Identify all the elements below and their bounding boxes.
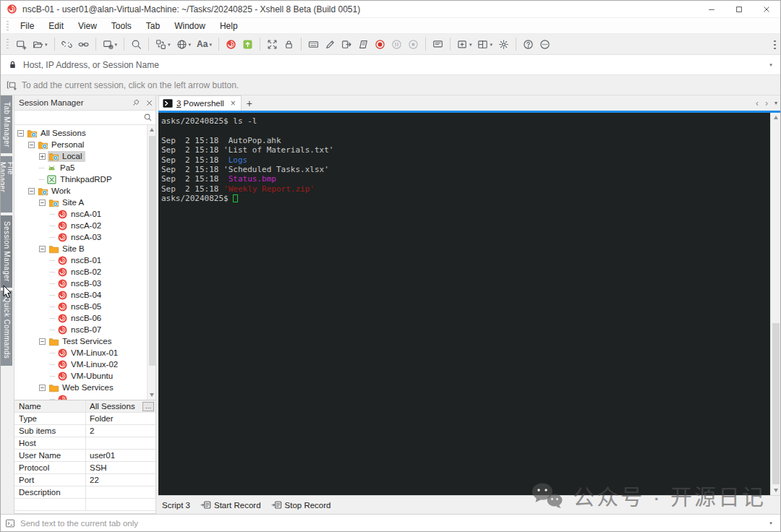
side-tab-file-manager[interactable]: File Manager: [1, 156, 12, 213]
collapse-icon[interactable]: −: [39, 200, 46, 206]
tree-item-vm-linux-02[interactable]: VM-Linux-02: [14, 359, 155, 370]
tree-item-nscb-02[interactable]: nscB-02: [14, 266, 155, 278]
tab-list-dropdown-icon[interactable]: ▾: [774, 100, 777, 106]
new-tab-button[interactable]: +: [242, 95, 257, 111]
terminal-scrollbar[interactable]: [770, 113, 780, 495]
tree-item-nscb-04[interactable]: nscB-04: [14, 289, 155, 301]
property-row-user-name[interactable]: User Nameuser01: [14, 450, 155, 462]
toolbar-globe-button[interactable]: ▾: [174, 37, 195, 52]
toolbar-disconnect-button[interactable]: [59, 37, 75, 52]
menu-item-window[interactable]: Window: [167, 20, 213, 33]
toolbar-xftp-button[interactable]: [239, 37, 256, 52]
tree-item-site-b[interactable]: −Site B: [14, 243, 155, 254]
tree-item-pa5[interactable]: Pa5: [14, 162, 155, 173]
toolbar-new-window-button[interactable]: ▾: [100, 37, 121, 52]
property-row-host[interactable]: Host: [14, 437, 155, 450]
collapse-icon[interactable]: −: [39, 246, 46, 252]
expand-icon[interactable]: +: [39, 153, 46, 160]
property-row-description[interactable]: Description: [14, 486, 155, 499]
tree-item-local[interactable]: +Local: [14, 150, 155, 162]
host-address-input[interactable]: [23, 60, 761, 70]
scrollbar-thumb[interactable]: [772, 323, 780, 484]
start-record-button[interactable]: Start Record: [197, 498, 264, 512]
side-tab-session-manager[interactable]: Session Manager: [1, 215, 12, 288]
toolbar-connect-button[interactable]: [75, 37, 92, 52]
toolbar-send-to-button[interactable]: [338, 37, 355, 52]
tree-item-personal[interactable]: −Personal: [14, 139, 155, 150]
toolbar-new-session-button[interactable]: [13, 37, 30, 52]
collapse-icon[interactable]: −: [17, 130, 24, 137]
tree-item-site-a[interactable]: −Site A: [14, 197, 155, 208]
toolbar-fullscreen-button[interactable]: [264, 37, 281, 52]
tree-item-partial[interactable]: [14, 393, 155, 400]
tab-scroll-left-icon[interactable]: ‹: [756, 98, 759, 108]
close-button[interactable]: [753, 1, 780, 17]
toolbar-lock-button[interactable]: [281, 37, 297, 52]
menu-item-view[interactable]: View: [71, 20, 104, 33]
toolbar-transfer-button[interactable]: ▾: [153, 37, 174, 52]
toolbar-compose-button[interactable]: [322, 37, 338, 52]
terminal-screen[interactable]: asks/20240825$ ls -l Sep 2 15:18 AutoPop…: [158, 113, 770, 495]
property-row-type[interactable]: TypeFolder: [14, 413, 155, 425]
tree-item-vm-ubuntu[interactable]: VM-Ubuntu: [14, 370, 155, 382]
toolbar-pause-button[interactable]: [388, 37, 405, 52]
address-dropdown-button[interactable]: ▾: [761, 62, 780, 67]
send-text-input[interactable]: [20, 519, 761, 528]
tree-item-web-services[interactable]: −Web Services: [14, 382, 155, 393]
toolbar-layout-button[interactable]: ▾: [474, 37, 495, 52]
collapse-icon[interactable]: −: [39, 385, 46, 391]
toolbar-font-aa-button[interactable]: Aa▾: [194, 37, 215, 51]
menu-item-tab[interactable]: Tab: [139, 20, 167, 33]
tree-item-nsca-03[interactable]: nscA-03: [14, 231, 155, 243]
pin-button[interactable]: [129, 95, 142, 110]
tree-item-nscb-05[interactable]: nscB-05: [14, 301, 155, 312]
tab-close-icon[interactable]: ×: [231, 98, 236, 108]
browse-button[interactable]: …: [142, 402, 154, 411]
panel-close-button[interactable]: [142, 95, 155, 110]
toolbar-feedback-button[interactable]: [537, 37, 553, 52]
scroll-up-icon[interactable]: [148, 125, 156, 134]
minimize-button[interactable]: [698, 1, 725, 17]
property-row-port[interactable]: Port22: [14, 474, 155, 486]
toolbar-script-button[interactable]: [355, 37, 372, 52]
tree-item-nscb-01[interactable]: nscB-01: [14, 254, 155, 266]
menu-item-help[interactable]: Help: [213, 20, 245, 33]
collapse-icon[interactable]: −: [39, 338, 46, 345]
send-text-dropdown-button[interactable]: ▾: [761, 520, 780, 525]
toolbar-help-button[interactable]: [520, 37, 537, 52]
scrollbar-thumb[interactable]: [149, 136, 155, 366]
menu-item-file[interactable]: File: [13, 20, 41, 33]
tree-item-work[interactable]: −Work: [14, 185, 155, 197]
tree-item-thinkpadrdp[interactable]: ThinkpadRDP: [14, 173, 155, 185]
toolbar-stop-button[interactable]: [405, 37, 422, 52]
property-row-sub-items[interactable]: Sub items2: [14, 425, 155, 437]
toolbar-search-button[interactable]: [128, 37, 145, 52]
tab-scroll-right-icon[interactable]: ›: [765, 98, 768, 108]
tree-item-nscb-03[interactable]: nscB-03: [14, 278, 155, 289]
toolbar-settings-button[interactable]: [495, 37, 512, 52]
tree-item-vm-linux-01[interactable]: VM-Linux-01: [14, 347, 155, 359]
property-row-name[interactable]: NameAll Sessions…: [14, 400, 155, 413]
collapse-icon[interactable]: −: [28, 142, 35, 148]
tree-item-nscb-06[interactable]: nscB-06: [14, 312, 155, 324]
toolbar-chat-button[interactable]: [430, 37, 446, 52]
tree-item-nscb-07[interactable]: nscB-07: [14, 324, 155, 335]
scroll-up-icon[interactable]: [771, 113, 781, 122]
scroll-down-icon[interactable]: [148, 390, 156, 400]
menubar-grip[interactable]: [7, 21, 9, 31]
toolbar-grip[interactable]: [7, 39, 9, 49]
toolbar-keyboard-button[interactable]: [305, 37, 322, 52]
toolbar-open-session-button[interactable]: ▾: [30, 37, 51, 52]
stop-record-button[interactable]: Stop Record: [268, 498, 334, 512]
session-search-input[interactable]: [19, 113, 143, 122]
side-tab-tab-manager[interactable]: Tab Manager: [1, 95, 12, 153]
collapse-icon[interactable]: −: [28, 188, 35, 194]
property-row-protocol[interactable]: ProtocolSSH: [14, 462, 155, 474]
session-tree-scrollbar[interactable]: [147, 125, 155, 400]
maximize-button[interactable]: [725, 1, 753, 17]
menu-item-edit[interactable]: Edit: [41, 20, 71, 33]
tree-item-nsca-02[interactable]: nscA-02: [14, 220, 155, 231]
tree-item-test-services[interactable]: −Test Services: [14, 335, 155, 347]
toolbar-overflow-icon[interactable]: [774, 40, 776, 50]
tree-item-all-sessions[interactable]: −All Sessions: [14, 127, 155, 139]
